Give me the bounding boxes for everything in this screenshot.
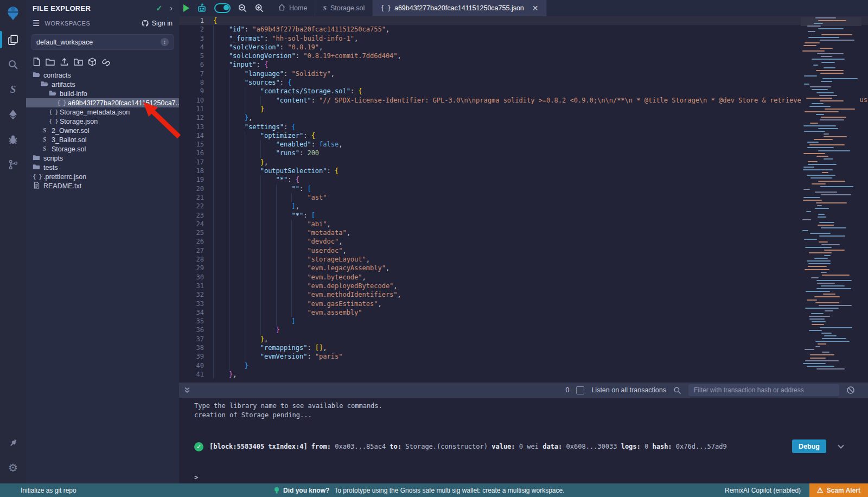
sidebar-item-file-explorer[interactable]	[0, 27, 26, 52]
upload-file-icon[interactable]	[60, 58, 69, 66]
indent-guides	[213, 273, 307, 282]
sidebar-item-search[interactable]	[0, 52, 26, 77]
search-icon[interactable]	[673, 386, 681, 394]
code-token: ,	[362, 273, 366, 281]
tree-item-readme-txt[interactable]: README.txt	[26, 181, 179, 190]
line-number: 4	[179, 43, 213, 52]
code-token: "Solidity"	[292, 70, 331, 78]
sidebar-item-plugin-manager[interactable]	[0, 430, 26, 455]
line-number: 18	[179, 167, 213, 175]
sidebar-item-git[interactable]	[0, 152, 26, 177]
workspace-select[interactable]: default_workspace ↕	[31, 34, 174, 50]
new-folder-icon[interactable]	[46, 58, 55, 66]
new-file-icon[interactable]	[33, 58, 41, 66]
sidebar-item-settings[interactable]: ⚙	[0, 455, 26, 480]
sol-icon: S	[41, 145, 48, 153]
tab-storage-sol[interactable]: SStorage.sol	[315, 0, 373, 16]
file-explorer-icon	[8, 34, 19, 46]
code-line: 14"optimizer": {	[179, 131, 868, 140]
minimap-line	[817, 205, 822, 206]
code-editor[interactable]: 1{2"id": "a69b43f277ba20fcac141151250ca7…	[179, 16, 868, 383]
minimap-line	[816, 92, 834, 93]
terminal-body[interactable]: Type the library name to see available c…	[179, 398, 868, 483]
tree-item-3-ballot-sol[interactable]: S3_Ballot.sol	[26, 135, 179, 144]
link-icon[interactable]	[101, 58, 111, 66]
sidebar-item-solidity-compiler[interactable]: S	[0, 77, 26, 102]
json-icon: { }	[33, 173, 40, 180]
run-script-button[interactable]	[183, 4, 189, 12]
minimap-slider[interactable]	[801, 17, 861, 26]
zoom-out-icon[interactable]	[238, 3, 247, 13]
line-number: 37	[179, 335, 213, 343]
github-signin-button[interactable]: Sign in	[141, 20, 173, 27]
zoom-in-icon[interactable]	[254, 3, 264, 13]
tree-item-artifacts[interactable]: artifacts	[26, 80, 179, 89]
scam-alert-badge[interactable]: ⚠ Scam Alert	[809, 483, 868, 497]
code-line: 1{	[179, 16, 868, 25]
tree-item--prettierrc-json[interactable]: { }.prettierrc.json	[26, 172, 179, 181]
code-token: :	[299, 149, 307, 157]
debug-button[interactable]: Debug	[792, 439, 826, 453]
listen-checkbox[interactable]	[576, 386, 584, 394]
terminal-prompt[interactable]: >	[194, 474, 198, 481]
init-git-repo-button[interactable]: Initialize as git repo	[0, 487, 76, 494]
upload-folder-icon[interactable]	[74, 58, 83, 66]
minimap-line	[802, 230, 808, 231]
code-token: ,	[339, 238, 342, 245]
indent-guides	[213, 34, 229, 43]
transaction-filter-input[interactable]	[688, 384, 839, 396]
minimap-line	[821, 56, 832, 57]
file-operations-toolbar	[26, 50, 179, 71]
code-line: 25"metadata",	[179, 228, 868, 237]
ai-robot-icon[interactable]	[196, 3, 207, 14]
copilot-status[interactable]: RemixAI Copilot (enabled)	[725, 487, 809, 494]
minimap-line	[808, 263, 831, 264]
transaction-log-row[interactable]: ✓ [block:5583405 txIndex:4] from: 0xa03.…	[194, 439, 868, 454]
sidebar-item-deploy-run[interactable]	[0, 102, 26, 127]
tree-item-storage-json[interactable]: { }Storage.json	[26, 117, 179, 126]
workspaces-row: ☰ WORKSPACES Sign in	[26, 16, 179, 30]
minimap-line	[804, 75, 817, 77]
minimap[interactable]	[801, 17, 861, 380]
copilot-toggle[interactable]	[214, 3, 231, 13]
minimap-line	[805, 111, 839, 112]
code-token: "a69b43f277ba20fcac141151250ca755"	[252, 26, 386, 33]
code-token: "sources"	[245, 79, 280, 86]
code-token: "evmVersion"	[260, 353, 308, 360]
tab-a69b43f277ba20fcac141151250ca755-json[interactable]: { }a69b43f277ba20fcac141151250ca755.json…	[373, 0, 546, 16]
tree-item-storage-metadata-json[interactable]: { }Storage_metadata.json	[26, 107, 179, 117]
tx-field-label: to:	[390, 443, 401, 450]
terminal-message: Type the library name to see available c…	[194, 402, 868, 411]
tab-home[interactable]: Home	[271, 0, 315, 16]
code-token: ,	[248, 114, 252, 122]
code-token: "remappings"	[260, 344, 308, 352]
tree-item-build-info[interactable]: build-info	[26, 89, 179, 98]
hamburger-menu-icon[interactable]: ☰	[33, 18, 40, 28]
tree-item-scripts[interactable]: scripts	[26, 154, 179, 163]
expand-tx-icon[interactable]	[837, 442, 845, 451]
tree-item-tests[interactable]: tests	[26, 163, 179, 172]
signin-label: Sign in	[152, 20, 173, 27]
tree-item-a69b43f277ba20fcac141151250ca7-[interactable]: { }a69b43f277ba20fcac141151250ca7...	[26, 98, 179, 107]
clear-console-icon[interactable]	[846, 386, 855, 394]
close-tab-icon[interactable]: ✕	[532, 4, 539, 12]
cube-icon[interactable]	[88, 58, 97, 66]
line-number: 11	[179, 105, 213, 113]
tree-item-contracts[interactable]: contracts	[26, 71, 179, 80]
collapse-terminal-icon[interactable]	[183, 386, 191, 394]
indent-guides	[213, 184, 291, 193]
sidebar-item-debugger[interactable]	[0, 127, 26, 152]
minimap-line	[803, 197, 820, 198]
indent-guides	[213, 361, 245, 370]
tree-item-2-owner-sol[interactable]: S2_Owner.sol	[26, 126, 179, 135]
code-line: 22],	[179, 202, 868, 211]
chevron-right-icon[interactable]: ›	[170, 4, 173, 12]
code-line: 34"evm.assembly"	[179, 308, 868, 317]
code-line: 41},	[179, 370, 868, 379]
minimap-line	[821, 227, 846, 228]
remix-logo[interactable]	[0, 0, 26, 27]
status-bar: Initialize as git repo Did you know? To …	[0, 483, 868, 497]
minimap-line	[808, 37, 839, 38]
minimap-line	[810, 354, 834, 355]
tree-item-storage-sol[interactable]: SStorage.sol	[26, 144, 179, 154]
